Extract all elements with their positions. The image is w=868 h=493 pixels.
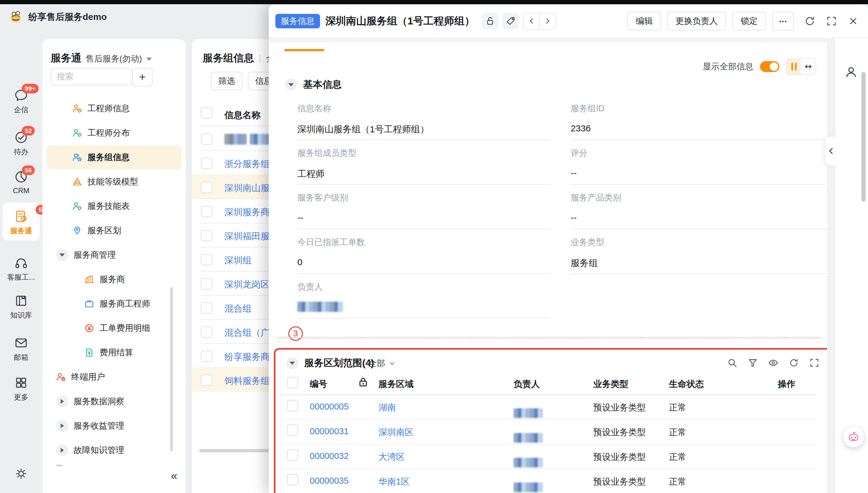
nav-item-2[interactable]: 52待办 (0, 130, 42, 157)
menu-item-12[interactable]: 终端用户 (56, 368, 105, 386)
collapse-section-icon[interactable] (286, 357, 298, 369)
filter-button[interactable]: 筛选 (211, 72, 243, 90)
collapse-sidebar-button[interactable]: « (171, 470, 177, 483)
record-link[interactable]: 浙分服务组 (224, 158, 270, 170)
menu-item-11[interactable]: 费用结算 (84, 344, 133, 362)
menu-item-1[interactable]: 工程师信息 (73, 100, 130, 117)
menu-item-8[interactable]: 服务商 (84, 270, 125, 288)
refresh-icon[interactable] (804, 15, 815, 27)
region-id-link[interactable]: 00000031 (310, 426, 349, 436)
menu-item-10[interactable]: 工单费用明细 (84, 319, 150, 337)
row-checkbox[interactable] (287, 474, 298, 486)
contacts-person-icon[interactable] (845, 65, 858, 79)
record-link[interactable]: 深圳组 (224, 254, 251, 267)
nav-item-5[interactable]: 客服工... (0, 256, 42, 282)
row-checkbox[interactable] (287, 425, 298, 436)
collapse-section-icon[interactable] (285, 79, 297, 91)
change-owner-button[interactable]: 更换负责人 (667, 12, 726, 30)
menu-item-9[interactable]: 服务商工程师 (84, 295, 150, 313)
lock-button[interactable]: 锁定 (732, 12, 766, 30)
menu-item-3[interactable]: 服务组信息 (73, 148, 130, 166)
record-link[interactable]: 饲料服务组 (224, 375, 270, 387)
nav-item-7[interactable]: 邮箱 (0, 336, 42, 362)
record-link[interactable]: 深圳南山服 (224, 182, 270, 194)
menu-item-2[interactable]: 工程师分布 (73, 124, 130, 142)
eye-icon[interactable] (768, 358, 779, 368)
search-icon[interactable] (727, 358, 738, 368)
row-checkbox[interactable] (201, 278, 212, 290)
record-link[interactable]: 深圳龙岗区 (224, 278, 270, 291)
region-row-3[interactable]: 00000032大湾区预设业务类型正常 (281, 445, 816, 469)
region-name-link[interactable]: 深圳南区 (378, 426, 413, 438)
region-name-link[interactable]: 华南1区 (378, 476, 410, 488)
menu-scrollbar[interactable] (170, 287, 173, 451)
active-tab-indicator[interactable] (284, 49, 324, 51)
row-checkbox[interactable] (287, 400, 298, 411)
chat-icon: 99+ (14, 88, 28, 103)
collapse-panel-tab[interactable] (825, 136, 837, 166)
chevron-right-icon[interactable] (56, 444, 68, 456)
select-all-checkbox[interactable] (201, 107, 212, 119)
unlock-icon[interactable] (482, 13, 498, 29)
record-link[interactable]: 混合组 (224, 303, 251, 315)
menu-item-4[interactable]: 技能等级模型 (73, 173, 138, 191)
record-link[interactable]: 深圳服务商 (224, 206, 270, 218)
horizontal-scrollbar[interactable] (199, 449, 269, 452)
assistant-button[interactable] (843, 427, 864, 447)
nav-item-6[interactable]: 知识库 (0, 294, 42, 320)
masked-owner-value[interactable] (297, 302, 343, 312)
menu-item-6[interactable]: 服务区划 (73, 221, 121, 240)
region-row-4[interactable]: 00000035华南1区预设业务类型正常 (281, 469, 816, 493)
nav-item-4[interactable]: 56服务通 (0, 209, 42, 236)
menu-group-7[interactable]: 服务商管理 (56, 246, 116, 264)
close-icon[interactable] (847, 15, 859, 27)
nav-item-3[interactable]: 56CRM (0, 170, 42, 195)
nav-item-8[interactable]: 更多 (0, 376, 42, 402)
region-id-link[interactable]: 00000005 (310, 402, 349, 412)
next-record-button[interactable] (539, 13, 556, 29)
record-link[interactable]: 混合组（广 (224, 327, 270, 339)
vertical-scrollbar[interactable] (861, 72, 866, 201)
chevron-right-icon[interactable] (56, 420, 68, 432)
row-checkbox[interactable] (201, 230, 212, 241)
region-name-link[interactable]: 湖南 (378, 402, 396, 414)
fullscreen-icon[interactable] (826, 15, 837, 27)
row-checkbox[interactable] (201, 206, 212, 217)
gear-icon[interactable] (15, 468, 27, 480)
show-all-toggle[interactable] (760, 61, 779, 72)
row-checkbox[interactable] (201, 350, 212, 362)
row-checkbox[interactable] (201, 157, 212, 169)
menu-group-15[interactable]: 故障知识管理 (56, 441, 124, 459)
row-checkbox[interactable] (201, 254, 212, 265)
tag-icon[interactable] (502, 13, 519, 29)
split-vertical-icon[interactable] (787, 59, 801, 74)
region-id-link[interactable]: 00000032 (310, 451, 349, 461)
region-name-link[interactable]: 大湾区 (378, 451, 405, 463)
chevron-down-icon[interactable] (56, 249, 68, 261)
fullscreen-icon[interactable] (809, 358, 820, 368)
menu-group-14[interactable]: 服务收益管理 (56, 417, 124, 435)
record-link[interactable]: 深圳福田服 (224, 230, 270, 242)
row-checkbox[interactable] (201, 374, 212, 386)
menu-item-5[interactable]: 服务技能表 (73, 197, 130, 215)
region-scope-filter[interactable]: 全部 (368, 358, 395, 369)
edit-button[interactable]: 编辑 (627, 12, 661, 30)
row-checkbox[interactable] (287, 449, 298, 461)
menu-group-13[interactable]: 服务数据洞察 (56, 392, 124, 410)
refresh-icon[interactable] (789, 358, 799, 368)
row-checkbox[interactable] (201, 326, 212, 338)
record-link[interactable]: 纷享服务商 (224, 351, 270, 363)
row-checkbox[interactable] (201, 182, 212, 193)
more-actions-button[interactable]: ⋯ (772, 12, 794, 30)
select-all-checkbox[interactable] (287, 377, 298, 388)
region-row-2[interactable]: 00000031深圳南区预设业务类型正常 (281, 420, 816, 445)
prev-record-button[interactable] (523, 13, 539, 29)
row-checkbox[interactable] (201, 302, 212, 314)
region-row-1[interactable]: 00000005湖南预设业务类型正常 (281, 395, 816, 420)
nav-item-1[interactable]: 99+企信 (0, 88, 42, 114)
filter-funnel-icon[interactable] (748, 358, 758, 368)
region-id-link[interactable]: 00000035 (310, 476, 349, 486)
chevron-right-icon[interactable] (56, 395, 68, 407)
row-checkbox[interactable] (201, 133, 212, 145)
arrows-horizontal-icon[interactable] (801, 59, 815, 74)
